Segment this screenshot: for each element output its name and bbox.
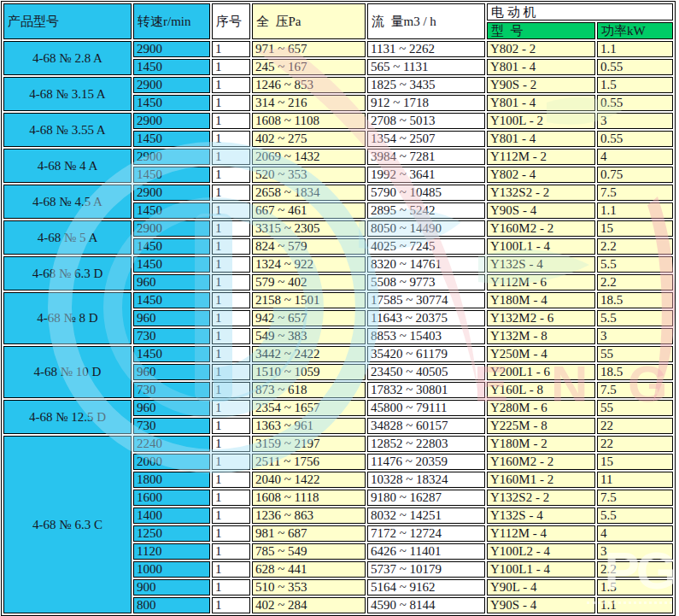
motor-model-cell: Y160M2 - 2 — [487, 454, 595, 470]
power-cell: 4 — [597, 149, 673, 165]
power-cell: 22 — [597, 436, 673, 452]
pressure-cell: 314 ~ 216 — [252, 95, 366, 111]
flow-cell: 11476 ~ 20359 — [367, 454, 485, 470]
speed-cell: 2000 — [133, 454, 210, 470]
flow-cell: 8320 ~ 14761 — [367, 256, 485, 273]
serial-cell: 1 — [212, 149, 250, 165]
serial-cell: 1 — [212, 131, 250, 147]
serial-cell: 1 — [212, 597, 250, 613]
motor-model-cell: Y200L1 - 6 — [487, 364, 595, 380]
motor-model-cell: Y801 - 4 — [487, 131, 595, 147]
pressure-cell: 1608 ~ 1108 — [252, 113, 366, 129]
pressure-cell: 667 ~ 461 — [252, 202, 366, 219]
table-row: 4-68 № 6.3 D145011324 ~ 9228320 ~ 14761Y… — [3, 256, 673, 273]
speed-cell: 960 — [133, 310, 210, 326]
motor-model-cell: Y132M2 - 6 — [487, 310, 595, 326]
flow-cell: 10328 ~ 18324 — [367, 472, 485, 488]
serial-cell: 1 — [212, 77, 250, 93]
motor-model-cell: Y280M - 6 — [487, 400, 595, 416]
motor-model-cell: Y132S - 4 — [487, 256, 595, 273]
power-cell: 15 — [597, 454, 673, 470]
pressure-cell: 549 ~ 383 — [252, 328, 366, 344]
power-cell: 1.1 — [597, 597, 673, 613]
flow-cell: 23450 ~ 40505 — [367, 364, 485, 380]
speed-cell: 1250 — [133, 525, 210, 542]
header-motor: 电 动 机 — [487, 3, 673, 21]
pressure-cell: 2511 ~ 1756 — [252, 454, 366, 470]
table-row: 4-68 № 8 D145012158 ~ 150117585 ~ 30774Y… — [3, 292, 673, 308]
table-body: 4-68 № 2.8 A29001971 ~ 6571131 ~ 2262Y80… — [3, 41, 673, 613]
power-cell: 2.2 — [597, 561, 673, 578]
motor-model-cell: Y90L - 4 — [487, 579, 595, 595]
motor-model-cell: Y250M - 4 — [487, 346, 595, 362]
table-row: 4-68 № 2.8 A29001971 ~ 6571131 ~ 2262Y80… — [3, 41, 673, 57]
header-motor-power: 功率kW — [597, 22, 673, 39]
flow-cell: 5508 ~ 9773 — [367, 274, 485, 290]
power-cell: 22 — [597, 418, 673, 434]
serial-cell: 1 — [212, 274, 250, 290]
flow-cell: 2708 ~ 5013 — [367, 113, 485, 129]
flow-cell: 9180 ~ 16287 — [367, 490, 485, 506]
power-cell: 0.75 — [597, 167, 673, 183]
speed-cell: 1120 — [133, 543, 210, 560]
motor-model-cell: Y801 - 4 — [487, 59, 595, 75]
speed-cell: 2900 — [133, 185, 210, 201]
table-row: 4-68 № 3.55 A290011608 ~ 11082708 ~ 5013… — [3, 113, 673, 129]
product-model-cell: 4-68 № 2.8 A — [3, 41, 132, 75]
power-cell: 4 — [597, 525, 673, 542]
spec-table: 产品型号 转速r/min 序号 全 压Pa 流 量m3 / h 电 动 机 型 … — [1, 1, 676, 616]
speed-cell: 1450 — [133, 238, 210, 255]
motor-model-cell: Y180M - 4 — [487, 292, 595, 308]
header-serial: 序号 — [212, 3, 250, 39]
motor-model-cell: Y90S - 2 — [487, 77, 595, 93]
power-cell: 0.55 — [597, 131, 673, 147]
table-row: 4-68 № 4.5 A290012658 ~ 18345790 ~ 10485… — [3, 185, 673, 201]
header-motor-model: 型 号 — [487, 22, 595, 39]
pressure-cell: 981 ~ 687 — [252, 525, 366, 542]
speed-cell: 1600 — [133, 490, 210, 506]
flow-cell: 1354 ~ 2507 — [367, 131, 485, 147]
speed-cell: 960 — [133, 274, 210, 290]
pressure-cell: 873 ~ 618 — [252, 382, 366, 398]
flow-cell: 11643 ~ 20375 — [367, 310, 485, 326]
power-cell: 11 — [597, 472, 673, 488]
motor-model-cell: Y90S - 4 — [487, 597, 595, 613]
serial-cell: 1 — [212, 256, 250, 273]
serial-cell: 1 — [212, 579, 250, 595]
speed-cell: 1450 — [133, 131, 210, 147]
pressure-cell: 1608 ~ 1118 — [252, 490, 366, 506]
power-cell: 2.2 — [597, 238, 673, 255]
serial-cell: 1 — [212, 59, 250, 75]
serial-cell: 1 — [212, 490, 250, 506]
product-model-cell: 4-68 № 4.5 A — [3, 185, 132, 219]
pressure-cell: 1510 ~ 1059 — [252, 364, 366, 380]
serial-cell: 1 — [212, 472, 250, 488]
power-cell: 7.5 — [597, 490, 673, 506]
header-pressure: 全 压Pa — [252, 3, 366, 39]
power-cell: 7.5 — [597, 382, 673, 398]
serial-cell: 1 — [212, 543, 250, 560]
power-cell: 15 — [597, 220, 673, 237]
flow-cell: 17585 ~ 30774 — [367, 292, 485, 308]
flow-cell: 12852 ~ 22803 — [367, 436, 485, 452]
product-model-cell: 4-68 № 3.15 A — [3, 77, 132, 111]
speed-cell: 2900 — [133, 77, 210, 93]
power-cell: 5.5 — [597, 507, 673, 524]
power-cell: 5.5 — [597, 256, 673, 273]
pressure-cell: 942 ~ 657 — [252, 310, 366, 326]
speed-cell: 1450 — [133, 167, 210, 183]
motor-model-cell: Y801 - 4 — [487, 95, 595, 111]
flow-cell: 912 ~ 1718 — [367, 95, 485, 111]
motor-model-cell: Y112M - 4 — [487, 525, 595, 542]
motor-model-cell: Y90S - 4 — [487, 202, 595, 219]
serial-cell: 1 — [212, 418, 250, 434]
motor-model-cell: Y100L1 - 4 — [487, 238, 595, 255]
pressure-cell: 1324 ~ 922 — [252, 256, 366, 273]
serial-cell: 1 — [212, 525, 250, 542]
power-cell: 0.55 — [597, 59, 673, 75]
pressure-cell: 245 ~ 167 — [252, 59, 366, 75]
header-product-model: 产品型号 — [3, 3, 132, 39]
serial-cell: 1 — [212, 202, 250, 219]
pressure-cell: 402 ~ 284 — [252, 597, 366, 613]
table-header: 产品型号 转速r/min 序号 全 压Pa 流 量m3 / h 电 动 机 型 … — [3, 3, 673, 39]
